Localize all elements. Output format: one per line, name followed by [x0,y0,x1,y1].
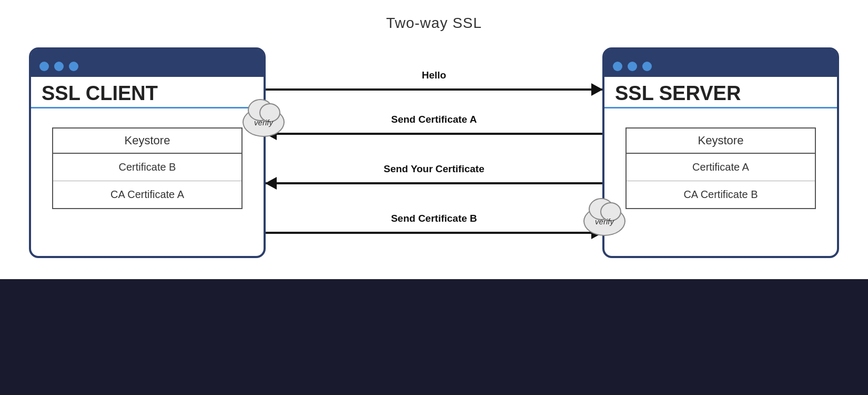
page-title: Two-way SSL [0,0,868,32]
send-cert-b-label: Send Certificate B [266,213,602,224]
server-keystore-cert-a: Certificate A [627,154,815,181]
hello-arrow-right [266,88,602,91]
client-keystore-cert-b: Certificate B [53,154,241,181]
send-your-cert-line [266,176,602,191]
arrows-area: Hello Send Certificate A verify Send You… [266,47,602,258]
send-your-cert-container: Send Your Certificate [266,163,602,191]
client-content: Keystore Certificate B CA Certificate A [31,114,264,214]
send-cert-b-container: Send Certificate B verify [266,213,602,240]
send-cert-a-line: verify [266,126,602,141]
diagram-area: Two-way SSL SSL CLIENT Keystore Certific… [0,0,868,279]
client-dot-1 [39,62,49,71]
bottom-dark-section [0,279,868,395]
hello-label: Hello [266,70,602,81]
hello-arrow-line [266,82,602,97]
client-titlebar [31,50,264,77]
server-dot-3 [642,62,652,71]
send-cert-b-line: verify [266,225,602,240]
client-dot-2 [54,62,64,71]
send-cert-a-label: Send Certificate A [266,114,602,125]
hello-arrow-container: Hello [266,70,602,97]
client-keystore-box: Keystore Certificate B CA Certificate A [52,127,243,209]
send-your-cert-label: Send Your Certificate [266,163,602,175]
server-dot-1 [613,62,622,71]
server-keystore-ca-b: CA Certificate B [627,181,815,208]
send-your-cert-arrow [266,182,602,184]
client-window: SSL CLIENT Keystore Certificate B CA Cer… [29,47,266,258]
server-content: Keystore Certificate A CA Certificate B [604,114,837,214]
server-dot-2 [628,62,637,71]
server-keystore-box: Keystore Certificate A CA Certificate B [625,127,816,209]
verify-cloud-left: verify [243,107,285,137]
client-label: SSL CLIENT [31,77,264,108]
send-cert-a-container: Send Certificate A verify [266,114,602,141]
client-keystore-ca-a: CA Certificate A [53,181,241,208]
server-window: SSL SERVER Keystore Certificate A CA Cer… [602,47,839,258]
send-cert-b-arrow [266,232,602,234]
verify-cloud-right: verify [583,206,625,236]
server-label: SSL SERVER [604,77,837,108]
client-keystore-header: Keystore [53,129,241,154]
client-dot-3 [69,62,78,71]
server-keystore-header: Keystore [627,129,815,154]
send-cert-a-arrow [266,133,602,135]
server-titlebar [604,50,837,77]
